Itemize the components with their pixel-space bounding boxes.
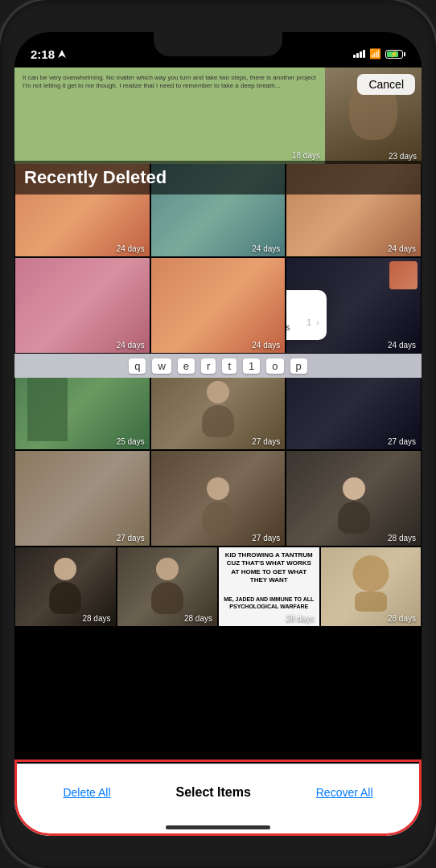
categories-count: 1 (306, 317, 311, 327)
top-row: It can be very overwhelming. No matter w… (14, 68, 422, 164)
location-icon (58, 50, 66, 58)
categories-title: Categories (286, 297, 319, 306)
grid-cell[interactable]: 27 days (150, 450, 286, 547)
key-e[interactable]: e (178, 358, 195, 374)
cancel-button[interactable]: Cancel (357, 74, 415, 95)
days-label: 27 days (388, 437, 416, 446)
key-t[interactable]: t (222, 358, 237, 374)
key-1[interactable]: 1 (243, 358, 260, 374)
grid-cell[interactable]: 28 days (286, 450, 422, 547)
days-label: 24 days (117, 244, 145, 253)
svg-marker-0 (58, 50, 66, 58)
bottom-toolbar: Delete All Select Items Recover All (14, 764, 422, 836)
key-q[interactable]: q (129, 358, 146, 374)
grid-cell[interactable]: 28 days (14, 547, 117, 627)
select-items-title: Select Items (175, 785, 250, 800)
grid-cell[interactable]: 24 days (150, 257, 286, 354)
status-time: 2:18 (31, 47, 66, 61)
key-o[interactable]: o (266, 358, 283, 374)
categories-item-label: Fried Chickens (286, 313, 302, 332)
days-label: 24 days (388, 244, 416, 253)
time-display: 2:18 (31, 47, 55, 61)
grid-row: 28 days 28 days KID THROWING A TANTRUM C… (14, 547, 422, 627)
signal-bars-icon (353, 50, 365, 58)
status-icons: 📶 ⚡ (353, 48, 405, 59)
grid-cell[interactable]: Categories Fried Chickens 1 › 24 days (286, 257, 422, 354)
grid-cell-kid[interactable]: 28 days (320, 547, 422, 627)
home-indicator (166, 825, 270, 829)
keyboard-overlay: q w e r t 1 o p (14, 354, 422, 378)
key-r[interactable]: r (201, 358, 216, 374)
person-silhouette (338, 477, 370, 534)
msg-days-label: 18 days (292, 150, 320, 161)
days-label: 28 days (388, 614, 416, 623)
days-label: 28 days (184, 614, 212, 623)
meme-bottom-text: ME, JADED AND IMMUNE TO ALL PSYCHOLOGICA… (223, 596, 315, 610)
notch (154, 32, 282, 56)
days-label: 24 days (252, 341, 280, 350)
message-text: It can be very overwhelming. No matter w… (23, 74, 317, 91)
screen-content: 2:18 📶 (14, 32, 422, 836)
phone-frame: 2:18 📶 (0, 0, 436, 868)
page-title: Recently Deleted (24, 167, 167, 187)
grid-row: 27 days 27 days 28 d (14, 450, 422, 547)
days-label: 28 days (388, 534, 416, 542)
grid-cell[interactable]: 28 days (117, 547, 219, 627)
key-w[interactable]: w (152, 358, 171, 374)
recover-all-button[interactable]: Recover All (316, 786, 373, 799)
chevron-right-icon: › (316, 318, 319, 327)
battery-icon: ⚡ (385, 50, 405, 59)
key-p[interactable]: p (290, 358, 307, 374)
portrait-photo[interactable]: Cancel 23 days (325, 68, 422, 164)
message-bubble: It can be very overwhelming. No matter w… (14, 68, 325, 164)
days-label: 28 days (286, 614, 314, 623)
days-label: 24 days (388, 341, 416, 350)
days-label: 27 days (252, 534, 280, 542)
days-label: 28 days (82, 614, 110, 623)
grid-cell-meme[interactable]: KID THROWING A TANTRUM CUZ THAT'S WHAT W… (218, 547, 320, 627)
categories-item[interactable]: Fried Chickens 1 › (286, 311, 319, 334)
wifi-icon: 📶 (369, 48, 381, 59)
person-silhouette (49, 558, 81, 614)
days-label: 25 days (117, 437, 145, 446)
days-label: 27 days (117, 534, 145, 542)
grid-cell[interactable]: 24 days (14, 257, 150, 354)
person-silhouette (202, 477, 234, 534)
portrait-days-label: 23 days (389, 152, 417, 161)
phone-screen: 2:18 📶 (14, 32, 422, 836)
grid-cell[interactable]: 27 days (14, 450, 150, 547)
days-label: 27 days (252, 437, 280, 446)
delete-all-button[interactable]: Delete All (63, 786, 110, 799)
days-label: 24 days (252, 244, 280, 253)
person-silhouette (202, 381, 234, 437)
grid-row: 24 days 24 days Categories Fri (14, 257, 422, 354)
days-label: 24 days (117, 341, 145, 350)
categories-popup: Categories Fried Chickens 1 › (286, 290, 327, 340)
recently-deleted-header: Recently Deleted (14, 161, 422, 194)
person-silhouette (151, 558, 183, 614)
meme-top-text: KID THROWING A TANTRUM CUZ THAT'S WHAT W… (223, 551, 315, 585)
